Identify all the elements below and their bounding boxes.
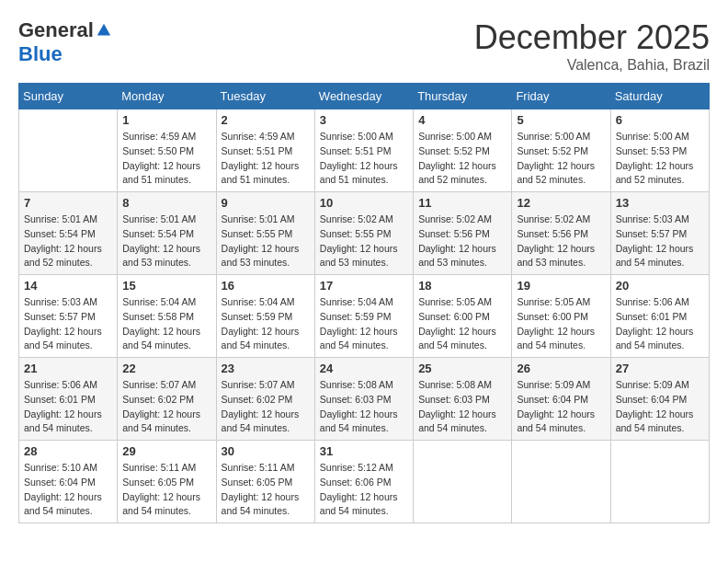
calendar-cell: 13Sunrise: 5:03 AMSunset: 5:57 PMDayligh…	[610, 192, 709, 275]
calendar-cell: 3Sunrise: 5:00 AMSunset: 5:51 PMDaylight…	[314, 109, 413, 192]
calendar-cell: 5Sunrise: 5:00 AMSunset: 5:52 PMDaylight…	[512, 109, 610, 192]
location: Valenca, Bahia, Brazil	[474, 57, 710, 74]
title-area: December 2025 Valenca, Bahia, Brazil	[474, 18, 710, 74]
calendar-cell: 1Sunrise: 4:59 AMSunset: 5:50 PMDaylight…	[118, 109, 216, 192]
day-info: Sunrise: 5:06 AMSunset: 6:01 PMDaylight:…	[616, 295, 704, 353]
day-number: 23	[222, 362, 310, 375]
day-number: 26	[517, 362, 605, 375]
day-number: 6	[616, 113, 704, 127]
day-number: 12	[517, 196, 605, 210]
calendar-cell: 27Sunrise: 5:09 AMSunset: 6:04 PMDayligh…	[610, 358, 709, 441]
week-row-1: 1Sunrise: 4:59 AMSunset: 5:50 PMDaylight…	[19, 109, 710, 192]
logo-blue-text: Blue	[18, 42, 63, 66]
day-info: Sunrise: 5:01 AMSunset: 5:54 PMDaylight:…	[122, 213, 210, 270]
month-title: December 2025	[474, 18, 710, 57]
day-info: Sunrise: 4:59 AMSunset: 5:51 PMDaylight:…	[222, 130, 310, 188]
day-info: Sunrise: 5:02 AMSunset: 5:56 PMDaylight:…	[418, 213, 506, 270]
day-info: Sunrise: 5:12 AMSunset: 6:06 PMDaylight:…	[320, 461, 408, 519]
header-row: SundayMondayTuesdayWednesdayThursdayFrid…	[19, 84, 710, 109]
day-number: 18	[418, 279, 506, 293]
day-number: 27	[616, 362, 704, 375]
day-info: Sunrise: 5:07 AMSunset: 6:02 PMDaylight:…	[222, 378, 310, 436]
day-info: Sunrise: 5:09 AMSunset: 6:04 PMDaylight:…	[517, 378, 605, 436]
day-info: Sunrise: 4:59 AMSunset: 5:50 PMDaylight:…	[122, 130, 210, 188]
calendar-cell: 17Sunrise: 5:04 AMSunset: 5:59 PMDayligh…	[314, 275, 413, 358]
calendar-cell	[512, 441, 610, 523]
day-number: 10	[320, 196, 408, 210]
day-number: 14	[24, 279, 112, 293]
calendar-cell: 10Sunrise: 5:02 AMSunset: 5:55 PMDayligh…	[314, 192, 413, 275]
calendar-cell: 19Sunrise: 5:05 AMSunset: 6:00 PMDayligh…	[512, 275, 610, 358]
calendar-cell: 7Sunrise: 5:01 AMSunset: 5:54 PMDaylight…	[19, 192, 118, 275]
page-header: General Blue December 2025 Valenca, Bahi…	[18, 18, 710, 74]
day-info: Sunrise: 5:04 AMSunset: 5:58 PMDaylight:…	[122, 295, 210, 353]
calendar-cell: 25Sunrise: 5:08 AMSunset: 6:03 PMDayligh…	[414, 358, 512, 441]
day-number: 31	[320, 444, 408, 458]
logo: General Blue	[18, 18, 112, 66]
calendar-cell: 22Sunrise: 5:07 AMSunset: 6:02 PMDayligh…	[118, 358, 216, 441]
header-thursday: Thursday	[414, 84, 512, 109]
day-number: 28	[24, 444, 112, 458]
calendar-cell: 24Sunrise: 5:08 AMSunset: 6:03 PMDayligh…	[314, 358, 413, 441]
calendar-cell: 20Sunrise: 5:06 AMSunset: 6:01 PMDayligh…	[610, 275, 709, 358]
day-info: Sunrise: 5:07 AMSunset: 6:02 PMDaylight:…	[122, 378, 210, 436]
calendar-cell: 6Sunrise: 5:00 AMSunset: 5:53 PMDaylight…	[610, 109, 709, 192]
day-number: 2	[222, 113, 310, 127]
day-info: Sunrise: 5:00 AMSunset: 5:52 PMDaylight:…	[418, 130, 506, 188]
day-number: 3	[320, 113, 408, 127]
calendar-cell: 28Sunrise: 5:10 AMSunset: 6:04 PMDayligh…	[19, 441, 118, 523]
calendar-cell: 11Sunrise: 5:02 AMSunset: 5:56 PMDayligh…	[414, 192, 512, 275]
header-saturday: Saturday	[610, 84, 709, 109]
week-row-3: 14Sunrise: 5:03 AMSunset: 5:57 PMDayligh…	[19, 275, 710, 358]
day-info: Sunrise: 5:03 AMSunset: 5:57 PMDaylight:…	[616, 213, 704, 270]
day-info: Sunrise: 5:11 AMSunset: 6:05 PMDaylight:…	[122, 461, 210, 519]
logo-icon	[96, 22, 112, 39]
day-number: 21	[24, 362, 112, 375]
day-info: Sunrise: 5:01 AMSunset: 5:55 PMDaylight:…	[222, 213, 310, 270]
day-number: 13	[616, 196, 704, 210]
calendar-cell: 23Sunrise: 5:07 AMSunset: 6:02 PMDayligh…	[216, 358, 314, 441]
calendar-cell: 4Sunrise: 5:00 AMSunset: 5:52 PMDaylight…	[414, 109, 512, 192]
day-number: 29	[122, 444, 210, 458]
calendar-cell: 8Sunrise: 5:01 AMSunset: 5:54 PMDaylight…	[118, 192, 216, 275]
calendar-cell	[610, 441, 709, 523]
header-tuesday: Tuesday	[216, 84, 314, 109]
week-row-4: 21Sunrise: 5:06 AMSunset: 6:01 PMDayligh…	[19, 358, 710, 441]
day-number: 19	[517, 279, 605, 293]
day-number: 9	[222, 196, 310, 210]
day-info: Sunrise: 5:05 AMSunset: 6:00 PMDaylight:…	[517, 295, 605, 353]
calendar-cell: 9Sunrise: 5:01 AMSunset: 5:55 PMDaylight…	[216, 192, 314, 275]
calendar-cell: 21Sunrise: 5:06 AMSunset: 6:01 PMDayligh…	[19, 358, 118, 441]
day-info: Sunrise: 5:02 AMSunset: 5:56 PMDaylight:…	[517, 213, 605, 270]
day-info: Sunrise: 5:03 AMSunset: 5:57 PMDaylight:…	[24, 295, 112, 353]
calendar-cell: 2Sunrise: 4:59 AMSunset: 5:51 PMDaylight…	[216, 109, 314, 192]
day-info: Sunrise: 5:08 AMSunset: 6:03 PMDaylight:…	[320, 378, 408, 436]
day-number: 24	[320, 362, 408, 375]
day-number: 20	[616, 279, 704, 293]
calendar-cell	[19, 109, 118, 192]
header-friday: Friday	[512, 84, 610, 109]
day-number: 11	[418, 196, 506, 210]
day-info: Sunrise: 5:04 AMSunset: 5:59 PMDaylight:…	[320, 295, 408, 353]
calendar-cell: 29Sunrise: 5:11 AMSunset: 6:05 PMDayligh…	[118, 441, 216, 523]
day-number: 16	[222, 279, 310, 293]
day-info: Sunrise: 5:05 AMSunset: 6:00 PMDaylight:…	[418, 295, 506, 353]
day-info: Sunrise: 5:02 AMSunset: 5:55 PMDaylight:…	[320, 213, 408, 270]
day-number: 4	[418, 113, 506, 127]
week-row-5: 28Sunrise: 5:10 AMSunset: 6:04 PMDayligh…	[19, 441, 710, 523]
calendar-cell: 16Sunrise: 5:04 AMSunset: 5:59 PMDayligh…	[216, 275, 314, 358]
day-number: 22	[122, 362, 210, 375]
week-row-2: 7Sunrise: 5:01 AMSunset: 5:54 PMDaylight…	[19, 192, 710, 275]
calendar-cell	[414, 441, 512, 523]
day-info: Sunrise: 5:00 AMSunset: 5:53 PMDaylight:…	[616, 130, 704, 188]
day-number: 5	[517, 113, 605, 127]
day-number: 30	[222, 444, 310, 458]
logo-general-text: General	[18, 18, 94, 42]
day-info: Sunrise: 5:01 AMSunset: 5:54 PMDaylight:…	[24, 213, 112, 270]
calendar-cell: 12Sunrise: 5:02 AMSunset: 5:56 PMDayligh…	[512, 192, 610, 275]
calendar-cell: 26Sunrise: 5:09 AMSunset: 6:04 PMDayligh…	[512, 358, 610, 441]
day-info: Sunrise: 5:00 AMSunset: 5:51 PMDaylight:…	[320, 130, 408, 188]
day-info: Sunrise: 5:10 AMSunset: 6:04 PMDaylight:…	[24, 461, 112, 519]
day-info: Sunrise: 5:11 AMSunset: 6:05 PMDaylight:…	[222, 461, 310, 519]
svg-marker-0	[97, 24, 110, 36]
